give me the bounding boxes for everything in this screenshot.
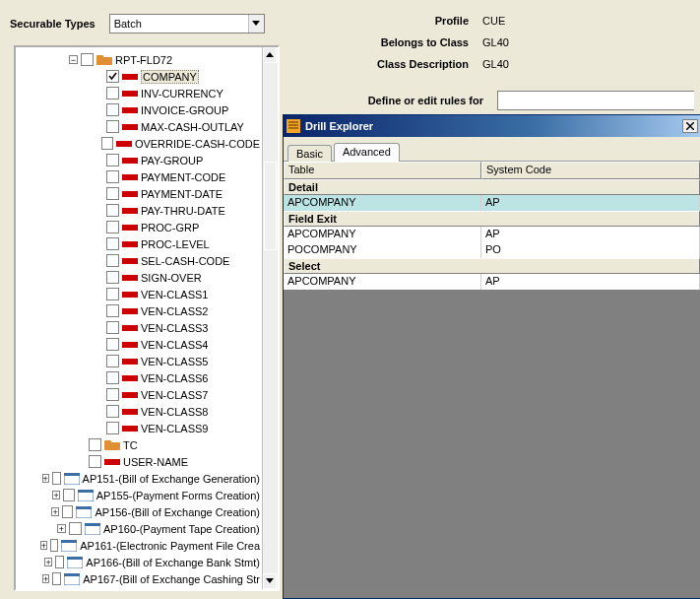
tree-node[interactable]: VEN-CLASS1 xyxy=(18,286,260,302)
tree-checkbox[interactable] xyxy=(106,70,119,83)
tree-node[interactable]: +AP155-(Payment Forms Creation) xyxy=(18,487,260,503)
field-icon xyxy=(122,423,138,434)
grid-col-syscode[interactable]: System Code xyxy=(481,162,700,179)
tree-node[interactable]: VEN-CLASS6 xyxy=(18,369,260,386)
grid-row[interactable]: APCOMPANYAP xyxy=(284,274,700,290)
tree-checkbox[interactable] xyxy=(62,505,73,518)
tree-checkbox[interactable] xyxy=(106,237,119,250)
tab-basic[interactable]: Basic xyxy=(287,145,332,162)
securable-types-combo[interactable]: Batch xyxy=(109,14,265,33)
expander-icon[interactable]: + xyxy=(40,541,47,550)
scroll-up-button[interactable] xyxy=(263,47,277,63)
expander-icon[interactable]: − xyxy=(69,55,78,64)
tree-node[interactable]: PAYMENT-CODE xyxy=(18,168,260,185)
expander-icon[interactable]: + xyxy=(42,574,49,583)
scroll-down-button[interactable] xyxy=(263,573,277,589)
tree-node[interactable]: VEN-CLASS5 xyxy=(18,353,260,369)
tree-checkbox[interactable] xyxy=(106,87,119,100)
tree-node[interactable]: VEN-CLASS9 xyxy=(18,420,260,436)
tree-checkbox[interactable] xyxy=(106,154,119,166)
tree-node[interactable]: +AP166-(Bill of Exchange Bank Stmt) xyxy=(18,554,260,570)
tree-node[interactable]: SEL-CASH-CODE xyxy=(18,252,260,269)
close-button[interactable] xyxy=(682,119,698,133)
tree-checkbox[interactable] xyxy=(89,438,101,451)
tree-checkbox[interactable] xyxy=(55,556,65,568)
tree-node[interactable]: MAX-CASH-OUTLAY xyxy=(18,118,260,135)
tree-checkbox[interactable] xyxy=(106,221,119,233)
tree-node[interactable]: VEN-CLASS3 xyxy=(18,319,260,336)
tree-node[interactable]: VEN-CLASS2 xyxy=(18,302,260,319)
tree-node[interactable]: PROC-GRP xyxy=(18,219,260,235)
define-rules-input[interactable] xyxy=(497,91,694,110)
tree-node[interactable]: VEN-CLASS7 xyxy=(18,386,260,403)
tree-node[interactable]: PROC-LEVEL xyxy=(18,235,260,252)
expander-icon[interactable]: + xyxy=(57,524,66,533)
tree-node[interactable]: USER-NAME xyxy=(18,453,260,470)
tree-checkbox[interactable] xyxy=(106,304,119,317)
tree-checkbox[interactable] xyxy=(106,271,119,284)
tree-checkbox[interactable] xyxy=(106,187,119,200)
tree-node[interactable]: PAY-GROUP xyxy=(18,152,260,168)
expander-icon[interactable]: + xyxy=(44,558,51,566)
tree-node[interactable]: SIGN-OVER xyxy=(18,269,260,286)
tree-scrollbar[interactable] xyxy=(262,47,278,589)
svg-marker-0 xyxy=(252,21,260,26)
grid-row[interactable]: APCOMPANYAP xyxy=(284,227,700,242)
tree-checkbox[interactable] xyxy=(50,539,58,552)
tree-node[interactable]: +AP156-(Bill of Exchange Creation) xyxy=(18,503,260,520)
tree-node[interactable]: VEN-CLASS4 xyxy=(18,336,260,353)
expander-icon[interactable]: + xyxy=(42,474,49,483)
tree-node[interactable]: PAY-THRU-DATE xyxy=(18,202,260,219)
tree-checkbox[interactable] xyxy=(81,53,94,66)
tree-view[interactable]: −RPT-FLD72COMPANYINV-CURRENCYINVOICE-GRO… xyxy=(14,45,280,591)
tree-node[interactable]: INVOICE-GROUP xyxy=(18,101,260,118)
tree-node-label: PAY-GROUP xyxy=(141,155,203,166)
tree-node[interactable]: VEN-CLASS8 xyxy=(18,403,260,420)
tree-checkbox[interactable] xyxy=(106,103,119,116)
tree-checkbox[interactable] xyxy=(106,254,119,267)
tree-node[interactable]: +AP151-(Bill of Exchange Generation) xyxy=(18,470,260,487)
grid-row[interactable]: APCOMPANYAP xyxy=(284,195,700,211)
tree-checkbox[interactable] xyxy=(63,489,75,501)
scroll-thumb[interactable] xyxy=(264,162,277,250)
tree-checkbox[interactable] xyxy=(106,405,119,418)
tree-checkbox[interactable] xyxy=(106,371,119,384)
grid-row[interactable]: POCOMPANYPO xyxy=(284,242,700,258)
grid-col-table[interactable]: Table xyxy=(284,162,481,179)
tree-node[interactable]: +AP170-(Payment Closing) xyxy=(18,587,260,589)
tree-node[interactable]: INV-CURRENCY xyxy=(18,85,260,101)
tree-node[interactable]: PAYMENT-DATE xyxy=(18,185,260,202)
chevron-down-icon[interactable] xyxy=(248,15,264,33)
expander-icon[interactable]: + xyxy=(51,507,59,516)
tree-checkbox[interactable] xyxy=(106,120,119,133)
tree-checkbox[interactable] xyxy=(89,455,101,468)
tree-checkbox[interactable] xyxy=(106,321,119,334)
svg-rect-24 xyxy=(122,426,138,432)
tree-node[interactable]: +AP161-(Electronic Payment File Crea xyxy=(18,537,260,554)
tree-checkbox[interactable] xyxy=(106,355,119,367)
svg-rect-37 xyxy=(61,540,77,543)
drill-titlebar[interactable]: Drill Explorer xyxy=(284,115,700,137)
svg-rect-18 xyxy=(122,325,138,331)
svg-rect-6 xyxy=(122,124,138,130)
expander-icon[interactable]: + xyxy=(52,491,60,499)
tree-node[interactable]: −RPT-FLD72 xyxy=(18,51,260,68)
tree-node[interactable]: +AP167-(Bill of Exchange Cashing Str xyxy=(18,570,260,587)
tree-checkbox[interactable] xyxy=(101,137,113,150)
tree-node[interactable]: OVERRIDE-CASH-CODE xyxy=(18,135,260,152)
tree-checkbox[interactable] xyxy=(106,388,119,401)
tree-checkbox[interactable] xyxy=(106,170,119,183)
tree-checkbox[interactable] xyxy=(106,338,119,351)
tree-node[interactable]: TC xyxy=(18,436,260,453)
tree-node[interactable]: COMPANY xyxy=(18,68,260,85)
tree-checkbox[interactable] xyxy=(52,572,61,585)
tree-node[interactable]: +AP160-(Payment Tape Creation) xyxy=(18,520,260,537)
tree-node-label: RPT-FLD72 xyxy=(115,54,172,66)
tree-checkbox[interactable] xyxy=(106,204,119,217)
tree-checkbox[interactable] xyxy=(106,422,119,434)
scroll-track[interactable] xyxy=(263,63,278,573)
tab-advanced[interactable]: Advanced xyxy=(334,143,400,162)
tree-checkbox[interactable] xyxy=(106,288,119,300)
tree-checkbox[interactable] xyxy=(52,472,61,485)
tree-checkbox[interactable] xyxy=(69,522,82,535)
